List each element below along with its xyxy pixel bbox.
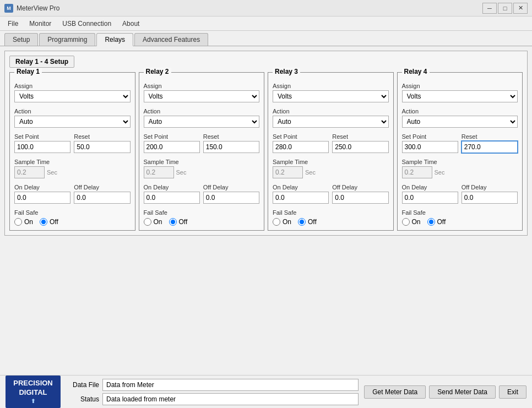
send-meter-data-button[interactable]: Send Meter Data <box>429 385 496 399</box>
relay-3-failsafe-off-label[interactable]: Off <box>298 218 317 226</box>
tab-relays[interactable]: Relays <box>96 33 133 46</box>
relay-3-assign-select[interactable]: VoltsAmpsWatts <box>273 90 389 102</box>
close-button[interactable]: ✕ <box>513 3 528 14</box>
relay-2-failsafe-on-label[interactable]: On <box>144 218 162 226</box>
relay-3-offdelay-label: Off Delay <box>332 184 388 191</box>
status-bar: PRECISION DIGITAL ⬆ Data File Status Get… <box>0 375 532 408</box>
relay-1-action-select[interactable]: AutoManualOff <box>14 116 131 128</box>
relay-4-ondelay-input[interactable] <box>402 192 458 204</box>
relay-2-failsafe-off-label[interactable]: Off <box>169 218 188 226</box>
relay-2-ondelay-label: On Delay <box>144 184 200 191</box>
relay-1-ondelay-input[interactable] <box>14 192 70 204</box>
relay-4-sampletime-group: Sample Time Sec <box>402 159 518 178</box>
app-icon: M <box>4 4 13 13</box>
relay-4-action-select[interactable]: AutoManualOff <box>402 116 518 128</box>
relay-2-reset-input[interactable] <box>203 141 259 153</box>
relay-1-setpoint-input[interactable] <box>14 141 70 153</box>
relay-1-failsafe-on-label[interactable]: On <box>14 218 33 226</box>
relay-3-failsafe-label: Fail Safe <box>273 209 389 216</box>
relay-1-action-label: Action <box>14 108 131 115</box>
menu-about[interactable]: About <box>117 18 145 29</box>
get-meter-data-button[interactable]: Get Meter Data <box>364 385 426 399</box>
menu-usb-connection[interactable]: USB Connection <box>57 18 117 29</box>
relay-2-sampletime-group: Sample Time Sec <box>144 159 260 178</box>
relay-4-failsafe-off-radio[interactable] <box>427 218 435 226</box>
relay-3-ondelay-input[interactable] <box>273 192 329 204</box>
relay-1-assign-select[interactable]: VoltsAmpsWatts <box>14 90 131 102</box>
relay-3-reset-input[interactable] <box>332 141 388 153</box>
relay-3-reset-label: Reset <box>332 133 388 140</box>
relay-3-failsafe-on-radio[interactable] <box>273 218 280 226</box>
data-file-row: Data File <box>66 379 359 391</box>
relay-2-action-select[interactable]: AutoManualOff <box>144 116 260 128</box>
relay-4-setpoint-input[interactable] <box>402 141 458 153</box>
relay-2-failsafe-label: Fail Safe <box>144 209 260 216</box>
menu-monitor[interactable]: Monitor <box>24 18 57 29</box>
relay-4-failsafe-off-label[interactable]: Off <box>427 218 446 226</box>
relay-4-sp-reset-group: Set Point Reset <box>402 133 518 153</box>
relay-3-action-label: Action <box>273 108 389 115</box>
logo-line2: DIGITAL <box>11 388 55 398</box>
data-file-input[interactable] <box>102 379 359 391</box>
relay-2-box: Relay 2 Assign VoltsAmpsWatts Action Aut… <box>139 72 265 231</box>
relay-2-ondelay-input[interactable] <box>144 192 200 204</box>
relay-2-sp-reset-group: Set Point Reset <box>144 133 260 153</box>
relay-3-action-select[interactable]: AutoManualOff <box>273 116 389 128</box>
relay-1-sampletime-group: Sample Time Sec <box>14 159 131 178</box>
relay-4-assign-select[interactable]: VoltsAmpsWatts <box>402 90 518 102</box>
relay-4-reset-label: Reset <box>462 133 518 140</box>
relay-3-sec-label: Sec <box>305 169 316 176</box>
relay-3-failsafe-on-label[interactable]: On <box>273 218 291 226</box>
logo-line1: PRECISION <box>11 379 55 388</box>
status-input[interactable] <box>102 393 359 405</box>
tab-programming[interactable]: Programming <box>39 33 95 46</box>
status-fields: Data File Status <box>66 379 359 405</box>
relay-2-setpoint-input[interactable] <box>144 141 200 153</box>
relay-2-failsafe-off-radio[interactable] <box>169 218 177 226</box>
relay-4-reset-input[interactable] <box>462 141 518 153</box>
relay-2-failsafe-on-radio[interactable] <box>144 218 151 226</box>
relay-1-delays-group: On Delay Off Delay <box>14 184 131 204</box>
relay-3-failsafe-off-radio[interactable] <box>298 218 306 226</box>
relay-4-failsafe-on-label[interactable]: On <box>402 218 421 226</box>
relay-1-failsafe-off-label[interactable]: Off <box>40 218 58 226</box>
relay-1-offdelay-input[interactable] <box>74 192 130 204</box>
maximize-button[interactable]: □ <box>498 3 512 14</box>
relay-3-sampletime-input <box>273 166 303 178</box>
relay-1-sp-reset-group: Set Point Reset <box>14 133 131 153</box>
menu-file[interactable]: File <box>2 18 24 29</box>
main-content: Relay 1 - 4 Setup Relay 1 Assign VoltsAm… <box>0 46 532 375</box>
relay-1-failsafe-on-radio[interactable] <box>14 218 22 226</box>
status-row: Status <box>66 393 359 405</box>
relay-1-failsafe-off-radio[interactable] <box>40 218 47 226</box>
tab-bar: Setup Programming Relays Advanced Featur… <box>0 31 532 46</box>
relay-4-failsafe-label: Fail Safe <box>402 209 518 216</box>
relay-4-ondelay-label: On Delay <box>402 184 458 191</box>
precision-digital-logo: PRECISION DIGITAL ⬆ <box>6 376 61 408</box>
relay-1-assign-group: Assign VoltsAmpsWatts <box>14 83 131 102</box>
relay-3-setpoint-input[interactable] <box>273 141 329 153</box>
relay-2-sec-label: Sec <box>176 169 187 176</box>
relay-2-assign-select[interactable]: VoltsAmpsWatts <box>144 90 260 102</box>
relay-2-action-group: Action AutoManualOff <box>144 108 260 128</box>
relay-2-offdelay-input[interactable] <box>203 192 259 204</box>
relay-2-delays-group: On Delay Off Delay <box>144 184 260 204</box>
relay-3-sp-reset-group: Set Point Reset <box>273 133 389 153</box>
relay-4-action-label: Action <box>402 108 518 115</box>
relay-4-failsafe-on-radio[interactable] <box>402 218 410 226</box>
relay-1-box: Relay 1 Assign VoltsAmpsWatts Action Aut… <box>9 72 135 231</box>
relay-4-offdelay-input[interactable] <box>462 192 518 204</box>
tab-setup[interactable]: Setup <box>4 33 38 46</box>
tab-advanced-features[interactable]: Advanced Features <box>134 33 208 46</box>
relay-1-reset-label: Reset <box>74 133 130 140</box>
app-title: MeterView Pro <box>17 4 482 12</box>
relay-2-failsafe-group: Fail Safe On Off <box>144 209 260 226</box>
relay-1-sec-label: Sec <box>47 169 57 176</box>
relay-1-setpoint-label: Set Point <box>14 133 70 140</box>
minimize-button[interactable]: ─ <box>482 3 497 14</box>
exit-button[interactable]: Exit <box>499 385 526 399</box>
relay-3-offdelay-input[interactable] <box>332 192 388 204</box>
relay-4-sampletime-input <box>402 166 432 178</box>
relay-3-ondelay-label: On Delay <box>273 184 329 191</box>
relay-1-reset-input[interactable] <box>74 141 130 153</box>
